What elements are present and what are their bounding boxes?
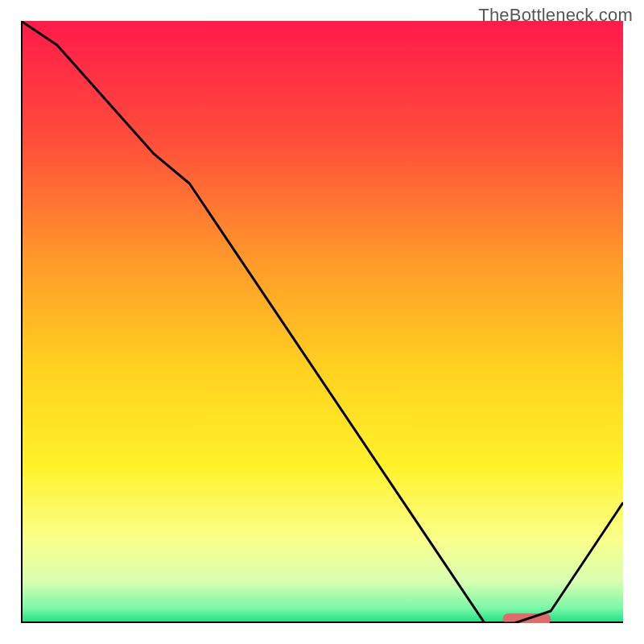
bottleneck-chart [21, 21, 623, 623]
chart-svg [21, 21, 623, 623]
gradient-background [21, 21, 623, 623]
